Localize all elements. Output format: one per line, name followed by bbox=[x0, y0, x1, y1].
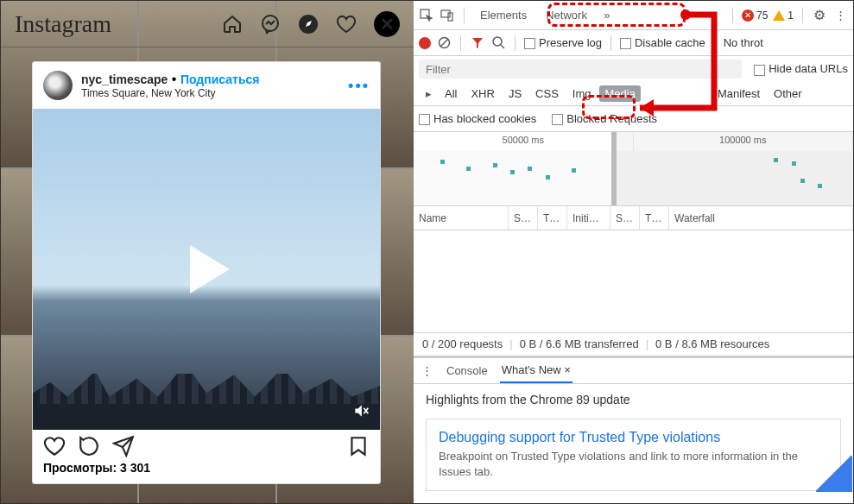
heart-icon[interactable] bbox=[336, 14, 357, 35]
post-username[interactable]: nyc_timescape bbox=[81, 72, 168, 86]
view-count: Просмотры: 3 301 bbox=[43, 461, 370, 475]
drawer-kebab-icon[interactable]: ⋮ bbox=[419, 362, 434, 378]
whatsnew-headline: Highlights from the Chrome 89 update bbox=[414, 384, 853, 410]
avatar[interactable] bbox=[43, 71, 73, 100]
instagram-pane: Instagram ✕ nyc_timescape • bbox=[1, 1, 414, 503]
tab-elements[interactable]: Elements bbox=[473, 9, 534, 22]
col-waterfall[interactable]: Waterfall bbox=[669, 206, 853, 230]
devtools-drawer: ⋮ Console What's New × Highlights from t… bbox=[414, 356, 853, 503]
close-icon[interactable]: ✕ bbox=[374, 11, 400, 37]
inspect-element-icon[interactable] bbox=[419, 8, 434, 23]
blocked-requests-checkbox[interactable]: Blocked Requests bbox=[552, 112, 657, 125]
timeline-tick-2: 100000 ms bbox=[634, 132, 854, 151]
warning-number: 1 bbox=[788, 9, 794, 22]
filter-css[interactable]: CSS bbox=[530, 85, 564, 102]
post-location[interactable]: Times Square, New York City bbox=[81, 87, 343, 99]
devtools-pane: Elements Network » ✕ 75 1 ⚙ ⋮ Preserve l… bbox=[414, 1, 853, 503]
whatsnew-card[interactable]: Debugging support for Trusted Type viola… bbox=[426, 419, 841, 491]
device-toggle-icon[interactable] bbox=[440, 8, 455, 23]
filter-media[interactable]: Media bbox=[599, 85, 640, 102]
gear-icon[interactable]: ⚙ bbox=[812, 8, 827, 23]
close-tab-icon[interactable]: × bbox=[564, 363, 571, 376]
timeline-handle[interactable] bbox=[611, 132, 617, 205]
comment-icon[interactable] bbox=[78, 435, 100, 457]
blocked-filters-row: Has blocked cookies Blocked Requests bbox=[414, 106, 853, 132]
timeline-tick-1: 50000 ms bbox=[414, 132, 634, 151]
skyline-graphic bbox=[33, 356, 380, 430]
request-type-filters: ▸ All XHR JS CSS Img Media Font WS Manif… bbox=[414, 82, 853, 106]
card-title: Debugging support for Trusted Type viola… bbox=[439, 430, 828, 445]
ig-post-card: nyc_timescape • Подписаться Times Square… bbox=[32, 61, 381, 484]
play-icon[interactable]: ▸ bbox=[421, 86, 436, 102]
ig-topbar: Instagram ✕ bbox=[1, 1, 414, 47]
requests-table-body bbox=[414, 230, 853, 332]
svg-point-9 bbox=[493, 37, 502, 46]
filter-manifest[interactable]: Manifest bbox=[712, 85, 765, 102]
clear-icon[interactable] bbox=[436, 35, 452, 51]
card-corner-decoration bbox=[816, 456, 852, 492]
col-name[interactable]: Name bbox=[414, 206, 509, 230]
col-initiator[interactable]: Initi… bbox=[567, 206, 610, 230]
blocked-cookies-checkbox[interactable]: Has blocked cookies bbox=[419, 112, 536, 125]
disable-cache-checkbox[interactable]: Disable cache bbox=[620, 36, 705, 49]
card-body: Breakpoint on Trusted Type violations an… bbox=[439, 449, 828, 480]
filter-xhr[interactable]: XHR bbox=[465, 85, 499, 102]
home-icon[interactable] bbox=[222, 14, 243, 35]
filter-js[interactable]: JS bbox=[503, 85, 527, 102]
ig-logo: Instagram bbox=[15, 10, 222, 38]
filter-row: Hide data URLs bbox=[414, 56, 853, 82]
search-icon[interactable] bbox=[490, 35, 506, 51]
error-number: 75 bbox=[756, 9, 768, 22]
drawer-tab-console[interactable]: Console bbox=[445, 364, 490, 377]
svg-line-10 bbox=[501, 45, 504, 48]
mute-icon[interactable] bbox=[352, 402, 370, 419]
post-video[interactable] bbox=[33, 109, 380, 430]
warning-icon bbox=[773, 10, 785, 21]
status-requests: 0 / 200 requests bbox=[422, 337, 503, 350]
network-toolbar: Preserve log Disable cache No throt bbox=[414, 30, 853, 56]
save-bookmark-icon[interactable] bbox=[347, 435, 370, 457]
error-count[interactable]: ✕ 75 bbox=[742, 9, 768, 22]
col-status[interactable]: S… bbox=[509, 206, 538, 230]
filter-other[interactable]: Other bbox=[769, 85, 807, 102]
messenger-icon[interactable] bbox=[260, 14, 281, 35]
record-icon[interactable] bbox=[419, 37, 431, 49]
col-size[interactable]: S… bbox=[610, 206, 640, 230]
post-header: nyc_timescape • Подписаться Times Square… bbox=[33, 62, 380, 109]
hide-data-urls-checkbox[interactable]: Hide data URLs bbox=[754, 62, 848, 75]
filter-all[interactable]: All bbox=[440, 85, 462, 102]
filter-input[interactable] bbox=[419, 60, 742, 79]
explore-icon[interactable] bbox=[298, 14, 319, 35]
throttling-dropdown[interactable]: No throt bbox=[724, 36, 763, 49]
filter-icon[interactable] bbox=[470, 35, 485, 51]
play-icon[interactable] bbox=[190, 245, 230, 293]
share-icon[interactable] bbox=[112, 435, 135, 457]
status-resources: 0 B / 8.6 MB resources bbox=[655, 337, 769, 350]
kebab-menu-icon[interactable]: ⋮ bbox=[832, 8, 848, 23]
drawer-tab-whatsnew[interactable]: What's New × bbox=[500, 357, 572, 383]
preserve-log-checkbox[interactable]: Preserve log bbox=[524, 36, 602, 49]
separator-dot: • bbox=[172, 72, 177, 86]
col-time[interactable]: T… bbox=[640, 206, 669, 230]
col-type[interactable]: T… bbox=[538, 206, 567, 230]
chevron-double-right-icon[interactable]: » bbox=[599, 8, 615, 23]
tab-network[interactable]: Network bbox=[539, 9, 594, 22]
network-timeline[interactable]: 50000 ms 100000 ms bbox=[414, 132, 853, 206]
devtools-main-tabs: Elements Network » ✕ 75 1 ⚙ ⋮ bbox=[414, 1, 853, 30]
status-transferred: 0 B / 6.6 MB transferred bbox=[520, 337, 639, 350]
error-icon: ✕ bbox=[742, 9, 754, 22]
post-footer: Просмотры: 3 301 bbox=[33, 430, 380, 483]
network-status-bar: 0 / 200 requests | 0 B / 6.6 MB transfer… bbox=[414, 332, 853, 356]
more-options-icon[interactable]: ••• bbox=[348, 77, 370, 95]
like-icon[interactable] bbox=[43, 435, 66, 457]
subscribe-link[interactable]: Подписаться bbox=[180, 72, 260, 86]
requests-table-header: Name S… T… Initi… S… T… Waterfall bbox=[414, 206, 853, 230]
svg-line-8 bbox=[440, 39, 448, 47]
warning-count[interactable]: 1 bbox=[773, 9, 794, 22]
filter-img[interactable]: Img bbox=[567, 85, 597, 102]
